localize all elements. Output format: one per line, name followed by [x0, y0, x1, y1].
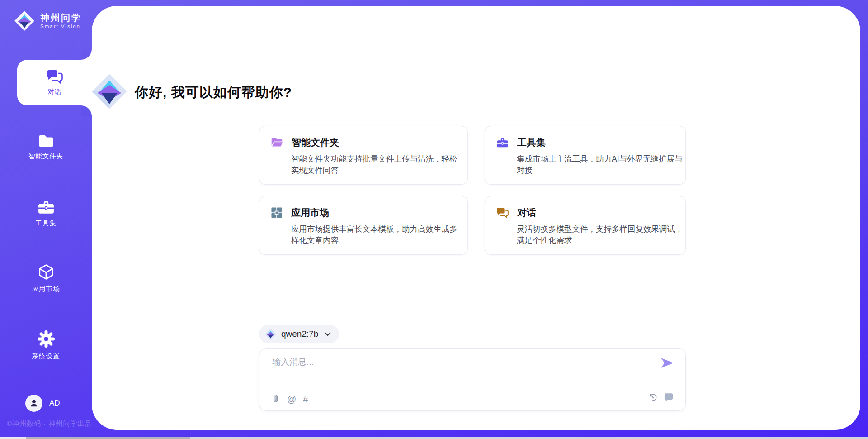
copyright-text: ©神州数码 · 神州问学出品 — [7, 420, 92, 428]
folder-icon — [38, 134, 55, 148]
gear-icon — [37, 330, 55, 348]
card-title: 应用市场 — [291, 206, 329, 219]
mention-icon[interactable]: @ — [287, 392, 296, 406]
cube-icon — [38, 263, 55, 281]
tab-fillet-bottom — [81, 105, 92, 116]
hashtag-icon[interactable]: # — [303, 392, 308, 406]
brand-diamond-icon — [14, 10, 35, 32]
sidebar-item-label: 应用市场 — [32, 285, 60, 293]
card-title: 对话 — [517, 206, 536, 219]
sidebar-item-toolset[interactable]: 工具集 — [0, 200, 92, 228]
card-title: 工具集 — [517, 136, 546, 149]
brand-subtitle: Smart Vision — [40, 23, 82, 29]
chat-bubbles-icon — [47, 69, 63, 84]
card-title: 智能文件夹 — [292, 136, 339, 149]
greeting-title: 你好, 我可以如何帮助你? — [135, 83, 292, 102]
composer: 输入消息... @ # — [259, 348, 686, 411]
sidebar-item-smart-folder[interactable]: 智能文件夹 — [0, 134, 92, 161]
chat-bubbles-icon — [496, 207, 509, 218]
card-toolset[interactable]: 工具集 集成市场上主流工具，助力AI与外界无缝扩展与对接 — [485, 126, 686, 185]
sidebar-item-label: 系统设置 — [32, 352, 60, 361]
chevron-down-icon — [325, 332, 331, 336]
card-desc: 智能文件夹功能支持批量文件上传与清洗，轻松实现文件问答 — [291, 153, 460, 176]
avatar — [25, 395, 42, 412]
toolbox-icon — [38, 200, 55, 215]
sidebar-item-label: 工具集 — [35, 219, 57, 228]
attachment-icon[interactable] — [271, 394, 280, 405]
app-logo: 神州问学 Smart Vision — [14, 10, 82, 32]
main-panel: 你好, 我可以如何帮助你? 智能文件夹 智能文件夹功能支持批量文件上传与清洗，轻… — [92, 6, 860, 430]
user-label: AD — [49, 399, 60, 408]
sidebar-item-chat[interactable]: 对话 — [17, 60, 92, 105]
brand-name: 神州问学 — [40, 12, 82, 23]
message-input[interactable]: 输入消息... — [272, 356, 652, 383]
tab-fillet-top — [81, 49, 92, 60]
sidebar-item-settings[interactable]: 系统设置 — [0, 330, 92, 361]
send-icon[interactable] — [661, 358, 674, 368]
model-diamond-icon — [264, 328, 277, 340]
sidebar-item-app-market[interactable]: 应用市场 — [0, 263, 92, 293]
feature-cards: 智能文件夹 智能文件夹功能支持批量文件上传与清洗，轻松实现文件问答 工具集 集 — [259, 126, 686, 255]
feedback-bubble-icon[interactable] — [664, 393, 674, 402]
toolbox-icon — [496, 137, 509, 148]
brand-diamond-icon — [90, 72, 128, 112]
grid-blocks-icon — [271, 207, 283, 219]
user-account[interactable]: AD — [25, 395, 60, 412]
card-chat[interactable]: 对话 灵活切换多模型文件，支持多样回复效果调试，满足个性化需求 — [485, 196, 686, 255]
history-icon[interactable] — [648, 392, 658, 402]
card-desc: 灵活切换多模型文件，支持多样回复效果调试，满足个性化需求 — [517, 224, 686, 246]
greeting-block: 你好, 我可以如何帮助你? — [90, 72, 292, 112]
card-desc: 集成市场上主流工具，助力AI与外界无缝扩展与对接 — [517, 153, 686, 176]
sidebar-item-label: 智能文件夹 — [28, 152, 64, 161]
card-app-market[interactable]: 应用市场 应用市场提供丰富长文本模板，助力高效生成多样化文章内容 — [259, 196, 468, 255]
scrollbar-corner — [0, 437, 26, 439]
card-desc: 应用市场提供丰富长文本模板，助力高效生成多样化文章内容 — [291, 224, 460, 246]
model-name: qwen2:7b — [281, 329, 318, 339]
sidebar-item-label: 对话 — [48, 88, 61, 96]
card-smart-folder[interactable]: 智能文件夹 智能文件夹功能支持批量文件上传与清洗，轻松实现文件问答 — [259, 126, 468, 185]
composer-divider — [259, 387, 685, 387]
scrollbar-thumb[interactable] — [26, 437, 190, 439]
model-selector[interactable]: qwen2:7b — [259, 325, 339, 343]
folder-open-icon — [271, 137, 283, 148]
horizontal-scrollbar[interactable] — [0, 437, 868, 439]
